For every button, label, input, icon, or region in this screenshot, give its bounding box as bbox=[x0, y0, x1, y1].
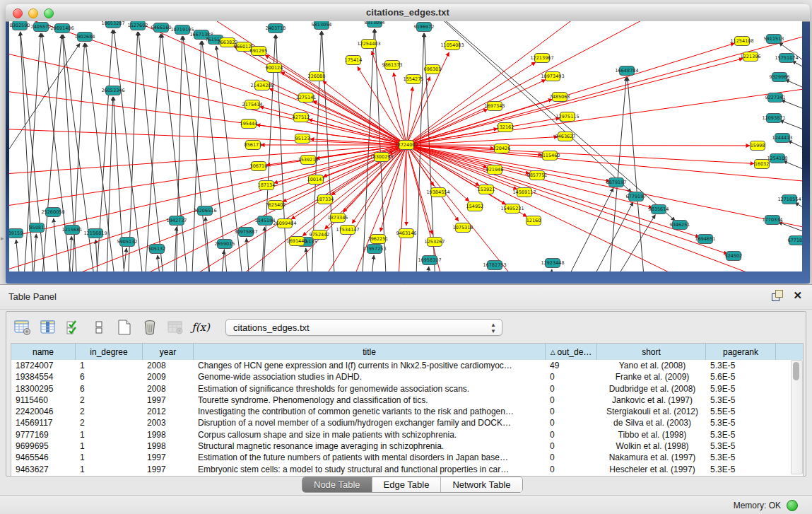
table-cell[interactable]: Tibbo et al. (1998) bbox=[597, 429, 706, 440]
table-cell[interactable]: 22420046 bbox=[11, 406, 76, 417]
graph-node[interactable]: 9329966 bbox=[770, 73, 790, 82]
table-cell[interactable]: 9463627 bbox=[11, 464, 76, 475]
table-cell[interactable]: 5.9E-5 bbox=[706, 383, 776, 395]
table-mode-button[interactable] bbox=[13, 318, 32, 337]
graph-node[interactable]: 10973493 bbox=[541, 72, 564, 81]
graph-node[interactable]: 6466160 bbox=[151, 23, 172, 33]
tab-network-table[interactable]: Network Table bbox=[441, 477, 522, 492]
row-options-button[interactable] bbox=[90, 318, 108, 337]
graph-node[interactable]: 15495231 bbox=[500, 204, 524, 214]
graph-node[interactable]: 100147 bbox=[307, 175, 325, 185]
graph-node[interactable]: 677180 bbox=[788, 236, 802, 245]
graph-node[interactable]: 39159 bbox=[9, 229, 23, 238]
tab-node-table[interactable]: Node Table bbox=[302, 477, 372, 492]
table-row[interactable]: 977716911998Corpus callosum shape and si… bbox=[11, 429, 803, 440]
graph-node[interactable]: 696303 bbox=[424, 65, 442, 74]
table-cell[interactable]: 1997 bbox=[143, 464, 194, 475]
graph-node[interactable]: 924502 bbox=[725, 252, 743, 261]
graph-node[interactable]: 2403718 bbox=[266, 24, 286, 33]
graph-node[interactable]: 226088 bbox=[308, 72, 326, 81]
graph-node[interactable]: 5905132 bbox=[117, 238, 138, 247]
table-cell[interactable]: 5.3E-5 bbox=[706, 417, 776, 428]
graph-node[interactable]: 25260050 bbox=[41, 208, 64, 217]
graph-node[interactable]: 1244413 bbox=[772, 134, 793, 143]
graph-node[interactable]: 12710554 bbox=[777, 195, 801, 204]
table-cell[interactable]: 14569117 bbox=[11, 417, 76, 428]
table-row[interactable]: 1872400712008Changes of HCN gene express… bbox=[11, 360, 803, 371]
graph-node[interactable]: 1694651 bbox=[695, 235, 716, 244]
table-cell[interactable]: 2 bbox=[76, 417, 143, 428]
table-cell[interactable]: 5.5E-5 bbox=[706, 406, 776, 417]
network-canvas[interactable]: 1872400783025902405572206914061902684106… bbox=[9, 21, 802, 271]
table-cell[interactable]: 0 bbox=[546, 417, 597, 428]
table-cell[interactable]: 2009 bbox=[143, 371, 194, 382]
table-cell[interactable]: 0 bbox=[546, 429, 597, 440]
graph-node[interactable]: 2405572 bbox=[31, 23, 52, 32]
graph-node[interactable]: 12923448 bbox=[541, 259, 564, 268]
graph-node[interactable]: 7485063 bbox=[550, 93, 570, 102]
column-header-year[interactable]: year bbox=[143, 344, 194, 360]
table-cell[interactable]: 1 bbox=[76, 440, 143, 452]
table-cell[interactable]: Nakamura et al. (1997) bbox=[597, 452, 706, 463]
table-cell[interactable]: 2 bbox=[76, 395, 143, 406]
graph-node[interactable]: 9752442 bbox=[310, 230, 330, 240]
table-cell[interactable]: Estimation of the future numbers of pati… bbox=[194, 452, 546, 463]
graph-node[interactable]: 7625402 bbox=[266, 201, 286, 210]
graph-node[interactable]: 132162 bbox=[497, 123, 514, 132]
table-cell[interactable]: 5.3E-5 bbox=[706, 395, 776, 406]
graph-node[interactable]: 153921 bbox=[478, 185, 495, 194]
graph-node[interactable]: 1962251 bbox=[368, 235, 389, 244]
tab-edge-table[interactable]: Edge Table bbox=[372, 477, 442, 492]
graph-node[interactable]: 12213967 bbox=[530, 54, 553, 63]
table-cell[interactable]: Dudbridge et al. (2008) bbox=[597, 383, 706, 395]
table-cell[interactable]: Investigating the contribution of common… bbox=[194, 406, 546, 417]
table-cell[interactable]: 9699695 bbox=[11, 440, 76, 452]
table-cell[interactable]: Estimation of significance thresholds fo… bbox=[194, 383, 546, 395]
table-cell[interactable]: 5.3E-5 bbox=[706, 429, 776, 440]
graph-node[interactable]: 1253267 bbox=[425, 238, 445, 247]
table-cell[interactable]: 1 bbox=[76, 464, 143, 475]
graph-node[interactable]: 15998 bbox=[751, 141, 765, 151]
table-cell[interactable]: 1997 bbox=[143, 452, 194, 463]
graph-node[interactable]: 11054083 bbox=[440, 41, 464, 50]
graph-node[interactable]: 856173 bbox=[245, 141, 262, 150]
graph-node[interactable]: 1275141 bbox=[296, 93, 317, 103]
table-cell[interactable]: 1 bbox=[76, 452, 143, 463]
function-builder-button[interactable]: ƒ(x) bbox=[192, 318, 210, 337]
table-cell[interactable]: 5.3E-5 bbox=[706, 464, 776, 475]
network-graph[interactable]: 1872400783025902405572206914061902684106… bbox=[9, 21, 802, 271]
column-header-in-degree[interactable]: in_degree bbox=[76, 344, 143, 360]
table-cell[interactable]: 9777169 bbox=[11, 429, 76, 440]
graph-node[interactable]: 16032 bbox=[755, 160, 770, 169]
table-cell[interactable]: Corpus callosum shape and size in male p… bbox=[194, 429, 546, 440]
table-cell[interactable]: Jankovic et al. (1997) bbox=[597, 395, 706, 406]
graph-node[interactable]: 1215681 bbox=[62, 226, 83, 235]
graph-node[interactable]: 1254108 bbox=[767, 154, 788, 163]
graph-node[interactable]: 12156819 bbox=[83, 229, 107, 238]
table-row[interactable]: 1456911722003Disruption of a novel membe… bbox=[11, 417, 803, 428]
table-cell[interactable]: 5.6E-5 bbox=[706, 371, 776, 382]
table-cell[interactable]: 6 bbox=[76, 383, 143, 395]
graph-node[interactable]: 95123 bbox=[295, 134, 310, 144]
table-cell[interactable]: 2008 bbox=[143, 360, 194, 371]
table-cell[interactable]: 9115460 bbox=[11, 395, 76, 406]
table-cell[interactable]: 5.3E-5 bbox=[706, 452, 776, 463]
column-header-pagerank[interactable]: pagerank bbox=[706, 344, 776, 360]
graph-node[interactable]: 12254403 bbox=[357, 40, 380, 49]
graph-node[interactable]: 306710 bbox=[250, 162, 268, 171]
table-row[interactable]: 946362711997Embryonic stem cells: a mode… bbox=[11, 464, 803, 475]
table-cell[interactable]: Changes of HCN gene expression and I(f) … bbox=[194, 360, 546, 371]
graph-node[interactable]: 6779197 bbox=[626, 192, 647, 201]
table-cell[interactable]: de Silva et al. (2003) bbox=[597, 417, 706, 428]
table-row[interactable]: 1938455462009Genome-wide association stu… bbox=[11, 371, 803, 382]
table-cell[interactable]: Disruption of a novel member of a sodium… bbox=[194, 417, 546, 428]
graph-node[interactable]: 1873345 bbox=[328, 214, 348, 223]
table-cell[interactable]: Wolkin et al. (1998) bbox=[597, 440, 706, 452]
table-row[interactable]: 1830029562008Estimation of significance … bbox=[11, 383, 803, 395]
graph-node[interactable]: 15751074 bbox=[775, 54, 798, 63]
graph-node[interactable]: 891295 bbox=[250, 47, 268, 56]
table-cell[interactable]: Hescheler et al. (1997) bbox=[597, 464, 706, 475]
table-cell[interactable]: 1 bbox=[76, 360, 143, 371]
graph-node[interactable]: 9346251 bbox=[670, 221, 690, 230]
table-cell[interactable]: 0 bbox=[546, 371, 597, 382]
